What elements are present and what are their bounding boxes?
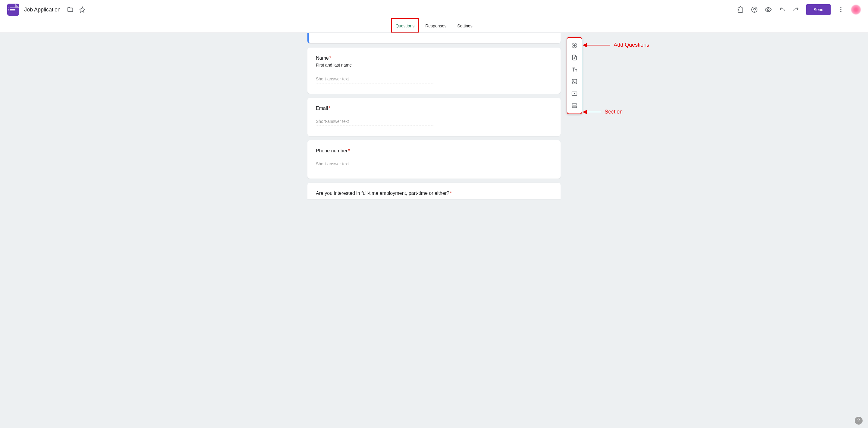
question-card[interactable]: Phone number* Short-answer text <box>307 140 561 178</box>
customize-theme-button[interactable] <box>748 4 761 16</box>
redo-button[interactable] <box>790 4 802 16</box>
addons-button[interactable] <box>735 4 747 16</box>
svg-point-1 <box>753 9 754 9</box>
account-avatar[interactable] <box>851 5 861 14</box>
form-canvas: Name* First and last name Short-answer t… <box>0 33 868 428</box>
svg-point-3 <box>755 9 756 9</box>
more-vert-icon <box>838 6 844 13</box>
plus-circle-icon <box>571 42 578 49</box>
arrow-icon <box>583 112 601 112</box>
help-button[interactable]: ? <box>855 417 863 425</box>
undo-button[interactable] <box>776 4 788 16</box>
question-card[interactable]: Name* First and last name Short-answer t… <box>307 47 561 94</box>
section-icon <box>571 103 578 109</box>
short-answer-placeholder: Short-answer text <box>316 76 433 84</box>
preview-button[interactable] <box>762 4 774 16</box>
required-star-icon: * <box>329 106 330 111</box>
svg-rect-13 <box>572 106 577 108</box>
svg-point-7 <box>840 11 841 12</box>
folder-icon <box>67 6 73 13</box>
annotation-label: Section <box>604 109 623 115</box>
annotation-add-questions: Add Questions <box>583 42 649 48</box>
header-actions: Send <box>735 4 861 16</box>
puzzle-icon <box>737 6 744 13</box>
question-title: Email* <box>316 106 552 111</box>
import-file-icon <box>571 54 578 61</box>
question-card-partial[interactable] <box>307 33 561 43</box>
required-star-icon: * <box>348 148 350 153</box>
question-description: First and last name <box>316 63 552 67</box>
annotation-section: Section <box>583 109 623 115</box>
short-answer-placeholder: Short-answer text <box>316 119 433 126</box>
required-star-icon: * <box>330 56 331 61</box>
eye-icon <box>765 6 772 13</box>
annotation-label: Add Questions <box>614 42 649 48</box>
arrow-icon <box>583 45 610 45</box>
move-to-folder-button[interactable] <box>64 4 76 16</box>
add-title-button[interactable] <box>568 64 581 75</box>
form-area: Name* First and last name Short-answer t… <box>307 33 561 211</box>
svg-point-6 <box>840 9 841 10</box>
add-image-button[interactable] <box>568 76 581 87</box>
document-title[interactable]: Job Application <box>24 7 61 13</box>
question-title: Phone number* <box>316 148 552 154</box>
send-button[interactable]: Send <box>806 4 831 15</box>
header-bar: Job Application Send <box>0 0 868 19</box>
help-icon: ? <box>858 418 860 423</box>
add-section-button[interactable] <box>568 100 581 111</box>
image-icon <box>571 78 578 85</box>
svg-point-5 <box>840 7 841 8</box>
question-card[interactable]: Are you interested in full-time employme… <box>307 183 561 199</box>
tab-settings[interactable]: Settings <box>456 19 474 33</box>
svg-point-2 <box>754 8 755 9</box>
palette-icon <box>751 6 758 13</box>
video-icon <box>571 91 578 97</box>
add-question-button[interactable] <box>568 40 581 51</box>
svg-point-10 <box>573 80 574 81</box>
import-questions-button[interactable] <box>568 52 581 63</box>
short-answer-placeholder: Short-answer text <box>316 161 433 168</box>
forms-logo-icon[interactable] <box>7 4 19 16</box>
tab-questions[interactable]: Questions <box>394 19 415 33</box>
redo-icon <box>793 6 799 13</box>
svg-rect-12 <box>572 104 577 105</box>
tab-bar: Questions Responses Settings <box>0 19 868 33</box>
star-button[interactable] <box>76 4 88 16</box>
add-video-button[interactable] <box>568 88 581 99</box>
undo-icon <box>779 6 785 13</box>
question-title: Are you interested in full-time employme… <box>316 191 552 196</box>
question-card[interactable]: Email* Short-answer text <box>307 98 561 136</box>
floating-toolbar <box>567 37 582 114</box>
svg-rect-9 <box>572 79 577 84</box>
svg-point-4 <box>767 9 769 10</box>
star-icon <box>79 6 86 13</box>
text-icon <box>571 66 578 73</box>
required-star-icon: * <box>450 191 452 196</box>
tab-responses[interactable]: Responses <box>424 19 447 33</box>
question-title: Name* <box>316 56 552 61</box>
more-options-button[interactable] <box>835 4 847 16</box>
tab-label: Questions <box>396 24 414 28</box>
